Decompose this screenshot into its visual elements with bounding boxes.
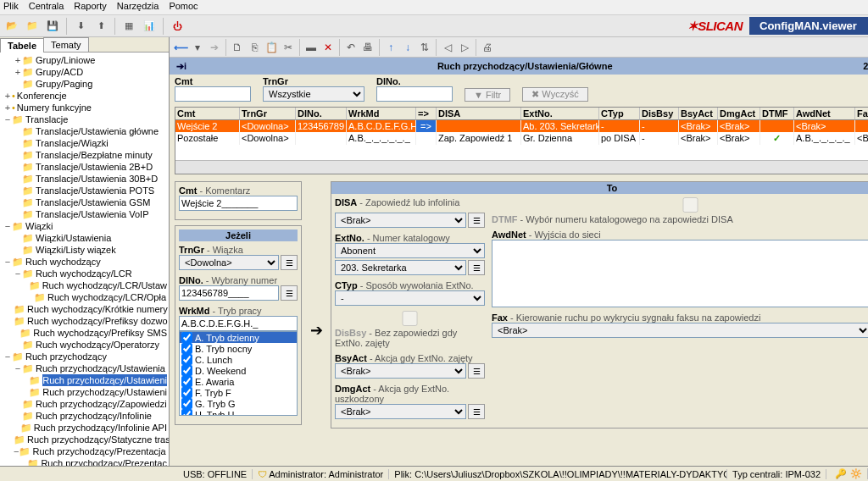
up-icon[interactable]: ↑ <box>383 40 398 55</box>
sort-icon[interactable]: ⇅ <box>417 40 432 55</box>
back-icon[interactable]: ⟵ <box>173 40 188 55</box>
tree-node[interactable]: 📁Ruch wychodzący/Prefiksy dozwo <box>2 315 167 327</box>
wrkmd-checkbox[interactable] <box>181 354 192 365</box>
filter-cmt-input[interactable] <box>175 86 251 102</box>
edit-wrkmd-input[interactable] <box>179 316 298 331</box>
wrkmd-listbox[interactable]: A. Tryb dziennyB. Tryb nocnyC. LunchD. W… <box>179 331 298 416</box>
folder-icon[interactable]: 📁 <box>24 18 41 35</box>
tree-node[interactable]: 📁Grupy/Paging <box>2 78 167 90</box>
open-icon[interactable]: 📂 <box>3 18 20 35</box>
grid-col-header[interactable]: Cmt <box>175 108 240 120</box>
grid-col-header[interactable]: Fax <box>855 108 868 120</box>
grid-scrollbar-h[interactable] <box>175 160 868 174</box>
dlno-picker-icon[interactable]: ☰ <box>281 285 298 301</box>
grid-col-header[interactable]: => <box>416 108 437 120</box>
tree-node[interactable]: 📁Ruch przychodzący/Ustawieni <box>2 386 167 398</box>
grid-col-header[interactable]: WrkMd <box>347 108 416 120</box>
indent-left-icon[interactable]: ◁ <box>440 40 455 55</box>
tree-node[interactable]: 📁Ruch przychodzący/Prezentac <box>2 457 167 466</box>
menu-raporty[interactable]: Raporty <box>74 1 107 14</box>
indent-right-icon[interactable]: ▷ <box>457 40 472 55</box>
wrkmd-checkbox[interactable] <box>181 409 192 416</box>
list-item[interactable]: E. Awaria <box>180 376 297 387</box>
tree-node[interactable]: 📁Translacje/Ustawienia VoIP <box>2 208 167 220</box>
bsyact-picker-icon[interactable]: ☰ <box>468 363 485 379</box>
cards-icon[interactable]: ▦ <box>120 18 137 35</box>
edit-ctyp-select[interactable]: - <box>335 290 485 306</box>
edit-cmt-input[interactable] <box>179 196 298 211</box>
tree-tab-tabele[interactable]: Tabele <box>0 38 44 53</box>
menu-plik[interactable]: Plik <box>3 1 19 14</box>
tree-node[interactable]: 📁Ruch wychodzący/LCR/Ustaw <box>2 279 167 291</box>
tree-node[interactable]: 📁Translacje/Ustawienia 30B+D <box>2 173 167 185</box>
edit-extno-type-select[interactable]: Abonent <box>335 243 485 258</box>
list-item[interactable]: G. Tryb G <box>180 398 297 409</box>
edit-bsyact-select[interactable]: <Brak> <box>335 363 466 379</box>
dropdown-icon[interactable]: ▾ <box>190 40 205 55</box>
clear-filter-button[interactable]: ✖ Wyczyść <box>522 87 587 102</box>
tree-tab-tematy[interactable]: Tematy <box>43 37 88 52</box>
wrkmd-checkbox[interactable] <box>181 376 192 387</box>
tree-node[interactable]: 📁Translacje/Ustawienia GSM <box>2 196 167 208</box>
wrkmd-checkbox[interactable] <box>181 365 192 376</box>
grid-col-header[interactable]: DISA <box>437 108 521 120</box>
tree-node[interactable]: 📁Ruch wychodzący/Operatorzy <box>2 339 167 351</box>
tree-node[interactable]: 📁Ruch wychodzący/LCR/Opła <box>2 291 167 303</box>
grid-col-header[interactable]: TrnGr <box>240 108 296 120</box>
awdnet-listbox[interactable] <box>492 240 868 307</box>
tree-node[interactable]: −📁Translacje <box>2 113 167 125</box>
menu-pomoc[interactable]: Pomoc <box>169 1 198 14</box>
grid-col-header[interactable]: DisBsy <box>640 108 679 120</box>
copy-icon[interactable]: ⎘ <box>247 40 262 55</box>
grid[interactable]: CmtTrnGrDlNo.WrkMd=>DISAExtNo.CTypDisBsy… <box>175 107 868 174</box>
disa-picker-icon[interactable]: ☰ <box>468 213 485 228</box>
down-icon[interactable]: ↓ <box>400 40 415 55</box>
table-row[interactable]: Wejście 2<Dowolna>123456789A.B.C.D.E.F.G… <box>175 120 868 132</box>
grid-col-header[interactable]: CTyp <box>599 108 640 120</box>
list-item[interactable]: C. Lunch <box>180 354 297 365</box>
print2-icon[interactable]: 🖨 <box>480 40 495 55</box>
tree-node[interactable]: 📁Ruch przychodzący/Ustawieni <box>2 374 167 386</box>
trngr-picker-icon[interactable]: ☰ <box>281 255 298 270</box>
grid-col-header[interactable]: DlNo. <box>296 108 347 120</box>
menu-centrala[interactable]: Centrala <box>29 1 64 14</box>
list-item[interactable]: F. Tryb F <box>180 387 297 398</box>
grid-col-header[interactable]: AwdNet <box>794 108 855 120</box>
new-icon[interactable]: 🗋 <box>230 40 245 55</box>
wrkmd-checkbox[interactable] <box>181 343 192 354</box>
edit-dlno-input[interactable] <box>179 285 279 301</box>
list-item[interactable]: D. Weekend <box>180 365 297 376</box>
print-icon[interactable]: 🖶 <box>360 40 376 55</box>
tree-node[interactable]: 📁Translacje/Ustawienia 2B+D <box>2 161 167 173</box>
wrkmd-checkbox[interactable] <box>181 332 192 343</box>
menu-narzedzia[interactable]: Narzędzia <box>117 1 159 14</box>
tree-node[interactable]: +•Numery funkcyjne <box>2 102 167 113</box>
tree-node[interactable]: 📁Ruch przychodzący/Statyczne tras <box>2 434 167 445</box>
exit-icon[interactable]: ⏻ <box>169 18 186 35</box>
tree-node[interactable]: −📁Ruch przychodzący <box>2 351 167 362</box>
tree-node[interactable]: 📁Ruch wychodzący/Krótkie numery <box>2 303 167 315</box>
filter-dlno-input[interactable] <box>376 86 453 102</box>
dmgact-picker-icon[interactable]: ☰ <box>468 404 485 419</box>
tree-node[interactable]: +📁Grupy/ACD <box>2 66 167 78</box>
wrkmd-checkbox[interactable] <box>181 398 192 409</box>
edit-disa-select[interactable]: <Brak> <box>335 213 466 228</box>
extno-picker-icon[interactable]: ☰ <box>468 260 485 275</box>
delete-icon[interactable]: ✕ <box>320 40 336 55</box>
tree-node[interactable]: 📁Ruch wychodzący/Prefiksy SMS <box>2 327 167 339</box>
filter-button[interactable]: ▼ Filtr <box>465 88 510 102</box>
tree-node[interactable]: −📁Wiązki <box>2 220 167 232</box>
tree-node[interactable]: 📁Ruch przychodzący/Infolinie API <box>2 422 167 434</box>
tree-node[interactable]: 📁Translacje/Ustawienia POTS <box>2 185 167 196</box>
tree-node[interactable]: 📁Wiązki/Listy wiązek <box>2 244 167 256</box>
tree-body[interactable]: +📁Grupy/Liniowe+📁Grupy/ACD📁Grupy/Paging+… <box>0 53 169 466</box>
tree-node[interactable]: −📁Ruch przychodzący/Ustawienia <box>2 362 167 374</box>
filter-trngr-select[interactable]: Wszystkie <box>263 86 364 102</box>
list-item[interactable]: H. Tryb H <box>180 409 297 416</box>
grid-col-header[interactable]: ExtNo. <box>521 108 599 120</box>
wrkmd-checkbox[interactable] <box>181 387 192 398</box>
report-icon[interactable]: 📊 <box>141 18 158 35</box>
tree-node[interactable]: +📁Grupy/Liniowe <box>2 54 167 66</box>
edit-trngr-select[interactable]: <Dowolna> <box>179 255 279 270</box>
undo-icon[interactable]: ↶ <box>343 40 359 55</box>
